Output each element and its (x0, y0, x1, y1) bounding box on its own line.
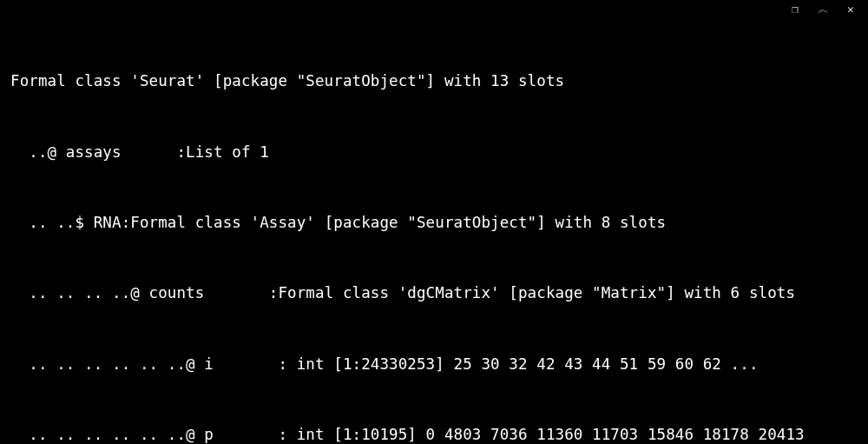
close-icon[interactable]: ✕ (845, 1, 856, 18)
terminal-line: ..@ assays :List of 1 (10, 141, 858, 164)
terminal-line: .. .. .. .. .. ..@ i : int [1:24330253] … (10, 353, 858, 376)
terminal-line: .. ..$ RNA:Formal class 'Assay' [package… (10, 211, 858, 235)
terminal-line: .. .. .. .. .. ..@ p : int [1:10195] 0 4… (10, 423, 858, 444)
caret-up-icon[interactable]: ︿ (818, 1, 828, 18)
terminal-line: .. .. .. ..@ counts :Formal class 'dgCMa… (10, 282, 858, 305)
terminal-output[interactable]: Formal class 'Seurat' [package "SeuratOb… (0, 19, 868, 444)
new-tab-icon[interactable]: ❐ (790, 1, 800, 18)
window-titlebar: ❐ ︿ ✕ (0, 0, 868, 19)
terminal-line: Formal class 'Seurat' [package "SeuratOb… (10, 70, 858, 93)
